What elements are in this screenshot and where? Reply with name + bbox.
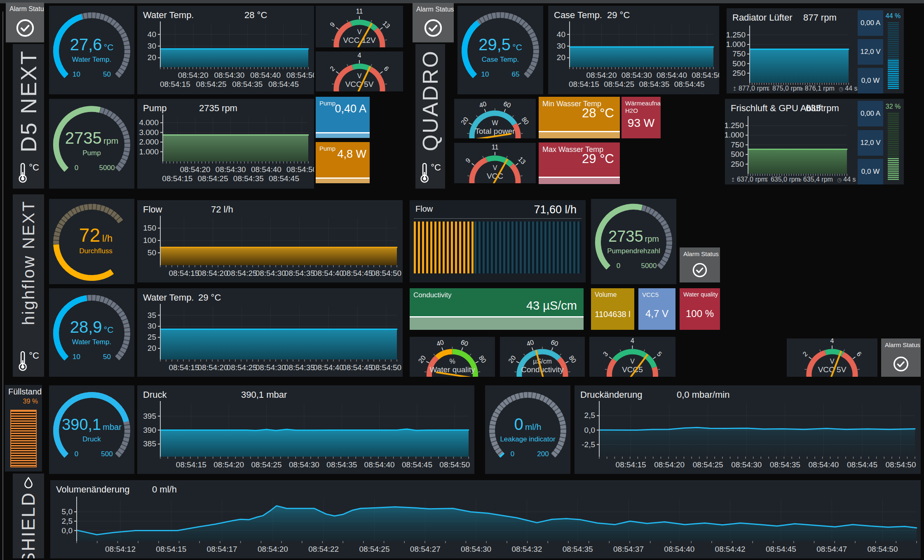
unit-label: °C (29, 350, 39, 361)
droplet-icon (23, 477, 34, 489)
svg-text:27,6 °C: 27,6 °C (70, 35, 114, 54)
pump-ring-gauge-d5: 2735 rpmPump05000 (49, 99, 134, 189)
tile-strip (539, 131, 620, 138)
tile-strip (410, 316, 584, 330)
pressure-ring-gauge: 390,1 mbarDruck0500 (49, 385, 134, 474)
svg-text:08:54:20: 08:54:20 (586, 71, 617, 79)
pump-rpm-ring-gauge: 2735 rpmPumpendrehzahl05000 (591, 199, 676, 284)
fan-duty-label: 32 % (884, 103, 903, 110)
alarm-status-tile-quadro[interactable]: Alarm Status (413, 3, 454, 42)
svg-text:08:54:25: 08:54:25 (604, 80, 634, 89)
svg-text:60: 60 (502, 100, 511, 109)
average-icon: ⌀ (798, 177, 802, 183)
svg-text:2735 rpm: 2735 rpm (65, 129, 118, 147)
svg-text:6: 6 (382, 65, 390, 72)
svg-text:395: 395 (143, 412, 156, 420)
svg-text:08:54:32: 08:54:32 (511, 545, 542, 553)
svg-text:08:54:20: 08:54:20 (258, 545, 288, 553)
svg-text:08:54:30: 08:54:30 (256, 269, 286, 278)
svg-text:5000: 5000 (641, 262, 657, 270)
svg-text:08:54:35: 08:54:35 (639, 80, 669, 89)
svg-text:W: W (492, 119, 498, 126)
max-icon: ↥ (732, 86, 737, 92)
svg-text:08:54:40: 08:54:40 (364, 460, 395, 469)
svg-text:Pumpendrehzahl: Pumpendrehzahl (607, 247, 660, 255)
tile-label: Pump (319, 100, 335, 107)
svg-text:9: 9 (464, 156, 471, 164)
max-icon: ↥ (731, 177, 735, 183)
svg-text:08:54:25: 08:54:25 (227, 269, 257, 278)
fill-level-bar (10, 410, 37, 467)
svg-text:08:54:15: 08:54:15 (169, 363, 199, 372)
alarm-status-tile-mid[interactable]: Alarm Status (680, 247, 720, 282)
chart-title: Flow (415, 204, 433, 214)
svg-text:08:54:20: 08:54:20 (198, 363, 228, 372)
fan-power-tile: 0,0 W (858, 159, 883, 184)
svg-text:08:54:40: 08:54:40 (313, 363, 344, 372)
svg-text:08:54:35: 08:54:35 (326, 460, 357, 469)
alarm-status-tile-d5next[interactable]: Alarm Status (6, 2, 44, 42)
svg-text:60: 60 (550, 338, 559, 348)
svg-text:150: 150 (143, 224, 156, 232)
check-circle-icon (891, 355, 910, 373)
svg-text:0: 0 (617, 262, 620, 270)
svg-text:08:54:45: 08:54:45 (268, 80, 299, 89)
tile-label: Conductivity (413, 291, 452, 299)
flow-stripe-bar (414, 222, 582, 273)
svg-text:20: 20 (557, 53, 565, 62)
svg-text:0,0: 0,0 (584, 426, 595, 434)
vcc-needle-gauge-quadro: 79111315VVCC (454, 143, 536, 183)
max-water-temp-tile: Max Wasser Temp 29 °C (539, 142, 620, 184)
svg-text:40: 40 (148, 30, 156, 39)
fresh-air-fan-chart: 2505007501.0001.250 (725, 99, 849, 184)
svg-text:100: 100 (143, 236, 156, 245)
svg-text:2: 2 (328, 65, 336, 72)
tile-label: Volume (595, 291, 617, 299)
water-temp-chart-hf: 2025303508:54:1508:54:2008:54:2508:54:30… (137, 288, 403, 377)
fan-voltage-tile: 12,0 V (858, 130, 883, 156)
svg-text:1.000: 1.000 (725, 131, 744, 139)
alarm-status-label: Alarm Status (9, 5, 44, 13)
radiator-fan-chart: 2505007501.0001.250 (727, 8, 850, 93)
stat-avg: ⌀635,4 rpm (798, 176, 833, 183)
water-temp-chart-panel-hf: Water Temp. 29 °C 2025303508:54:1508:54:… (137, 288, 403, 377)
svg-text:Water Temp.: Water Temp. (72, 56, 111, 63)
thermometer-icon (18, 162, 28, 184)
svg-text:29,5 °C: 29,5 °C (478, 35, 522, 54)
svg-text:2.000: 2.000 (139, 138, 159, 146)
svg-text:1.000: 1.000 (727, 40, 746, 49)
svg-text:60: 60 (460, 338, 469, 348)
svg-text:Pump: Pump (82, 149, 101, 157)
svg-text:08:54:35: 08:54:35 (232, 80, 263, 89)
svg-text:50: 50 (103, 353, 111, 361)
heat-absorption-tile: Wärmeaufnahme H2O 93 W (621, 97, 661, 138)
svg-text:08:54:25: 08:54:25 (198, 174, 228, 183)
svg-text:08:54:50: 08:54:50 (371, 269, 401, 278)
svg-text:08:54:17: 08:54:17 (207, 545, 237, 553)
volume-change-chart-panel: Volumenänderung 0 ml/h 0,02,55,008:54:12… (50, 480, 921, 558)
thermometer-unit: °C (420, 162, 441, 184)
fresh-air-gpu-fan-panel: Frischluft & GPU Abluft 635 rpm 25050075… (725, 99, 904, 184)
thermometer-icon (420, 162, 429, 184)
device-label-leakshield: LEAKSHIELD (18, 492, 39, 558)
svg-text:08:54:30: 08:54:30 (621, 71, 652, 79)
svg-text:08:54:40: 08:54:40 (808, 460, 839, 469)
svg-text:4: 4 (631, 337, 634, 344)
svg-text:4.000: 4.000 (139, 118, 159, 127)
svg-text:08:54:35: 08:54:35 (233, 174, 264, 183)
pump-chart-d5: 1.0002.0003.0004.00008:54:1508:54:2008:5… (137, 99, 314, 189)
fan-duty-bar (888, 22, 899, 89)
case-temp-chart-panel: Case Temp. 29 °C 20304008:54:1508:54:200… (548, 6, 719, 94)
volume-tile: Volume 1104638 l (591, 288, 634, 330)
svg-text:08:54:40: 08:54:40 (313, 269, 344, 278)
svg-text:13: 13 (381, 19, 392, 30)
unit-label: °C (29, 162, 39, 173)
svg-text:5: 5 (656, 350, 663, 358)
min-icon: ↧ (766, 86, 771, 92)
svg-text:08:54:47: 08:54:47 (816, 545, 847, 553)
chart-value: 71,60 l/h (534, 203, 577, 216)
svg-text:200: 200 (537, 450, 549, 458)
alarm-status-tile-right[interactable]: Alarm Status (881, 338, 921, 377)
sidebar-d5next: D5 NEXT °C (13, 44, 44, 189)
total-power-needle-gauge: 020406080100WTotal power (454, 99, 536, 138)
